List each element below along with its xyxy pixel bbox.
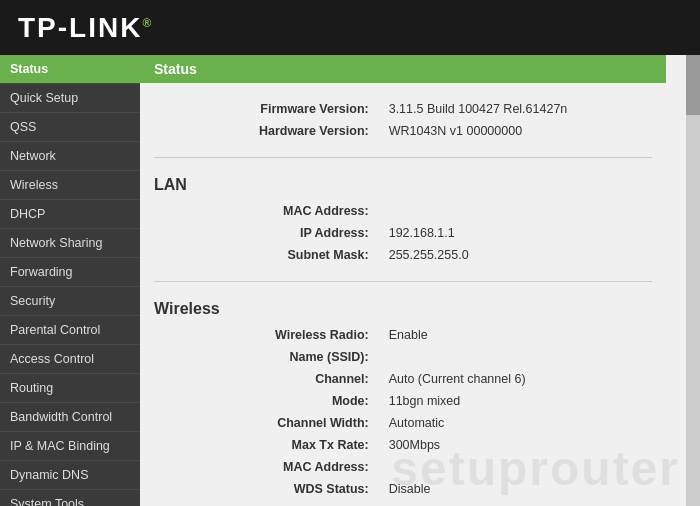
wireless-width-label: Channel Width: (140, 412, 377, 434)
sidebar-item-qss[interactable]: QSS (0, 113, 140, 142)
scrollbar-thumb[interactable] (686, 55, 700, 115)
wireless-mac-label: MAC Address: (140, 456, 377, 478)
version-table: Firmware Version: 3.11.5 Build 100427 Re… (140, 98, 666, 142)
wireless-wds-label: WDS Status: (140, 478, 377, 500)
sidebar-item-routing[interactable]: Routing (0, 374, 140, 403)
divider-1 (154, 157, 652, 158)
sidebar-item-status[interactable]: Status (0, 55, 140, 84)
sidebar-item-network[interactable]: Network (0, 142, 140, 171)
sidebar-item-forwarding[interactable]: Forwarding (0, 258, 140, 287)
wireless-txrate-row: Max Tx Rate: 300Mbps (140, 434, 666, 456)
lan-mac-value (377, 200, 666, 222)
sidebar-item-access-control[interactable]: Access Control (0, 345, 140, 374)
sidebar-item-quick-setup[interactable]: Quick Setup (0, 84, 140, 113)
wireless-ssid-value (377, 346, 666, 368)
lan-title: LAN (140, 168, 666, 200)
sidebar-item-bandwidth-control[interactable]: Bandwidth Control (0, 403, 140, 432)
sidebar-item-security[interactable]: Security (0, 287, 140, 316)
scrollbar-track[interactable] (686, 55, 700, 506)
wireless-wds-value: Disable (377, 478, 666, 500)
firmware-label: Firmware Version: (140, 98, 377, 120)
lan-mac-label: MAC Address: (140, 200, 377, 222)
wireless-table: Wireless Radio: Enable Name (SSID): Chan… (140, 324, 666, 500)
firmware-row: Firmware Version: 3.11.5 Build 100427 Re… (140, 98, 666, 120)
wireless-ssid-label: Name (SSID): (140, 346, 377, 368)
lan-subnet-value: 255.255.255.0 (377, 244, 666, 266)
logo-tp: TP- (18, 12, 69, 43)
lan-ip-row: IP Address: 192.168.1.1 (140, 222, 666, 244)
wireless-mode-value: 11bgn mixed (377, 390, 666, 412)
firmware-value: 3.11.5 Build 100427 Rel.61427n (377, 98, 666, 120)
sidebar-item-parental-control[interactable]: Parental Control (0, 316, 140, 345)
hardware-row: Hardware Version: WR1043N v1 00000000 (140, 120, 666, 142)
wireless-width-row: Channel Width: Automatic (140, 412, 666, 434)
wireless-radio-label: Wireless Radio: (140, 324, 377, 346)
section-title: Status (154, 61, 197, 77)
sidebar-item-ip-mac-binding[interactable]: IP & MAC Binding (0, 432, 140, 461)
lan-ip-value: 192.168.1.1 (377, 222, 666, 244)
section-header: Status (140, 55, 666, 83)
content-inner: Status Firmware Version: 3.11.5 Build 10… (140, 55, 686, 506)
main-content: Status Firmware Version: 3.11.5 Build 10… (140, 55, 700, 506)
wireless-mac-row: MAC Address: (140, 456, 666, 478)
wireless-radio-value: Enable (377, 324, 666, 346)
lan-ip-label: IP Address: (140, 222, 377, 244)
wireless-channel-value: Auto (Current channel 6) (377, 368, 666, 390)
divider-2 (154, 281, 652, 282)
trademark: ® (142, 15, 153, 29)
wireless-ssid-row: Name (SSID): (140, 346, 666, 368)
sidebar-item-wireless[interactable]: Wireless (0, 171, 140, 200)
sidebar-item-system-tools[interactable]: System Tools (0, 490, 140, 506)
lan-subnet-label: Subnet Mask: (140, 244, 377, 266)
wireless-radio-row: Wireless Radio: Enable (140, 324, 666, 346)
wireless-mode-label: Mode: (140, 390, 377, 412)
sidebar-item-dynamic-dns[interactable]: Dynamic DNS (0, 461, 140, 490)
sidebar-item-dhcp[interactable]: DHCP (0, 200, 140, 229)
wireless-wds-row: WDS Status: Disable (140, 478, 666, 500)
lan-subnet-row: Subnet Mask: 255.255.255.0 (140, 244, 666, 266)
wireless-mac-value (377, 456, 666, 478)
wireless-width-value: Automatic (377, 412, 666, 434)
logo-link: LINK (69, 12, 142, 43)
hardware-label: Hardware Version: (140, 120, 377, 142)
lan-mac-row: MAC Address: (140, 200, 666, 222)
wireless-txrate-label: Max Tx Rate: (140, 434, 377, 456)
lan-table: MAC Address: IP Address: 192.168.1.1 Sub… (140, 200, 666, 266)
sidebar: Status Quick Setup QSS Network Wireless … (0, 55, 140, 506)
layout: Status Quick Setup QSS Network Wireless … (0, 55, 700, 506)
hardware-value: WR1043N v1 00000000 (377, 120, 666, 142)
wireless-txrate-value: 300Mbps (377, 434, 666, 456)
logo: TP-LINK® (18, 12, 153, 44)
wireless-mode-row: Mode: 11bgn mixed (140, 390, 666, 412)
header: TP-LINK® (0, 0, 700, 55)
sidebar-item-network-sharing[interactable]: Network Sharing (0, 229, 140, 258)
wireless-channel-label: Channel: (140, 368, 377, 390)
wireless-channel-row: Channel: Auto (Current channel 6) (140, 368, 666, 390)
wireless-title: Wireless (140, 292, 666, 324)
